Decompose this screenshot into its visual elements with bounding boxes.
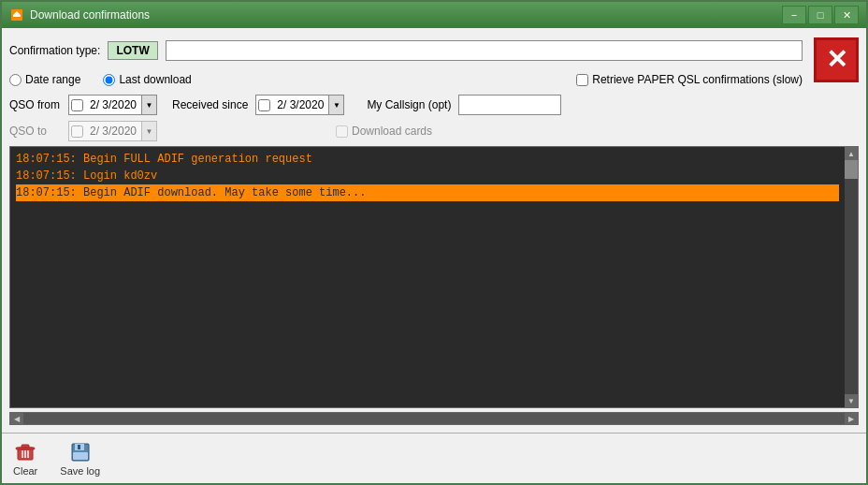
qso-from-label: QSO from (9, 98, 61, 111)
h-scroll-bar: ◀ ▶ (9, 412, 859, 425)
qso-from-checkbox[interactable] (71, 99, 83, 111)
qso-to-date: 2/ 3/2020 (85, 125, 141, 138)
title-bar: Download confirmations − □ ✕ (2, 2, 866, 28)
log-line: 18:07:15: Begin ADIF download. May take … (16, 184, 839, 201)
download-cards-checkbox[interactable] (336, 125, 348, 138)
content-area: Confirmation type: LOTW Date range Last … (2, 28, 866, 433)
conf-type-row: Confirmation type: LOTW (9, 36, 803, 66)
last-download-radio[interactable] (103, 74, 115, 86)
scroll-up-arrow[interactable]: ▲ (845, 147, 858, 160)
cancel-icon: ✕ (826, 47, 847, 73)
download-cards-label: Download cards (352, 125, 432, 138)
last-download-radio-group: Last download (103, 73, 191, 86)
qso-to-row: QSO to 2/ 3/2020 ▼ Download cards (9, 120, 803, 142)
date-range-radio-group: Date range (9, 73, 80, 86)
svg-rect-1 (13, 15, 21, 17)
radio-row: Date range Last download Retrieve PAPER … (9, 69, 803, 90)
qso-to-input-group: 2/ 3/2020 ▼ (68, 121, 157, 141)
log-line: 18:07:15: Begin FULL ADIF generation req… (16, 151, 839, 168)
qso-to-arrow[interactable]: ▼ (141, 122, 156, 140)
received-since-date: 2/ 3/2020 (272, 98, 328, 111)
qso-to-checkbox[interactable] (71, 125, 83, 138)
right-btn-area: ✕ (810, 36, 859, 82)
svg-rect-12 (73, 452, 88, 460)
save-log-label: Save log (60, 465, 100, 477)
log-line: 18:07:15: Login kd0zv (16, 168, 839, 184)
clear-label: Clear (13, 465, 37, 477)
lotw-badge: LOTW (108, 41, 157, 60)
svg-rect-11 (78, 445, 80, 449)
save-log-button[interactable]: Save log (56, 439, 104, 478)
title-bar-left: Download confirmations (9, 7, 150, 22)
date-range-label: Date range (25, 73, 80, 86)
close-button[interactable]: ✕ (834, 6, 859, 24)
retrieve-paper-checkbox[interactable] (576, 74, 588, 86)
save-log-icon (69, 441, 92, 463)
maximize-button[interactable]: □ (808, 6, 832, 24)
received-since-checkbox[interactable] (258, 99, 270, 111)
clear-icon (14, 441, 36, 463)
received-since-arrow[interactable]: ▼ (328, 96, 343, 114)
scroll-thumb[interactable] (845, 160, 858, 179)
clear-button[interactable]: Clear (9, 439, 41, 478)
cancel-button[interactable]: ✕ (814, 37, 859, 82)
title-bar-controls: − □ ✕ (782, 6, 859, 24)
date-range-radio[interactable] (9, 74, 22, 86)
qso-to-label: QSO to (9, 125, 61, 138)
scroll-track: ▲ ▼ (845, 147, 858, 407)
trash-svg (15, 442, 36, 463)
save-svg (70, 442, 91, 463)
retrieve-paper-label: Retrieve PAPER QSL confirmations (slow) (592, 73, 803, 86)
main-window: Download confirmations − □ ✕ Confirmatio… (0, 0, 868, 485)
scroll-left-arrow[interactable]: ◀ (10, 413, 23, 424)
log-scroll-wrapper: 18:07:15: Begin FULL ADIF generation req… (9, 146, 859, 408)
qso-from-arrow[interactable]: ▼ (141, 96, 156, 114)
qso-from-row: QSO from 2/ 3/2020 ▼ Received since 2/ 3… (9, 94, 803, 116)
svg-rect-5 (16, 448, 35, 449)
scroll-right-arrow[interactable]: ▶ (845, 413, 858, 424)
bottom-toolbar: Clear Save log (2, 433, 866, 483)
qso-from-date: 2/ 3/2020 (85, 98, 141, 111)
window-title: Download confirmations (30, 8, 150, 22)
scroll-bg (845, 179, 858, 394)
conf-type-input[interactable] (166, 40, 803, 61)
form-area: Confirmation type: LOTW Date range Last … (9, 36, 803, 142)
minimize-button[interactable]: − (782, 6, 806, 24)
last-download-label: Last download (119, 73, 191, 86)
qso-from-input-group: 2/ 3/2020 ▼ (68, 95, 157, 115)
scroll-down-arrow[interactable]: ▼ (845, 394, 858, 407)
retrieve-paper-group: Retrieve PAPER QSL confirmations (slow) (576, 73, 803, 86)
log-content: 18:07:15: Begin FULL ADIF generation req… (10, 147, 845, 407)
conf-type-label: Confirmation type: (9, 44, 100, 57)
top-section: Confirmation type: LOTW Date range Last … (9, 36, 859, 142)
download-cards-group: Download cards (336, 125, 432, 138)
app-icon (9, 7, 24, 22)
received-since-label: Received since (172, 98, 248, 111)
callsign-input[interactable] (458, 95, 561, 115)
callsign-label: My Callsign (opt) (367, 98, 451, 111)
received-since-input-group: 2/ 3/2020 ▼ (255, 95, 344, 115)
